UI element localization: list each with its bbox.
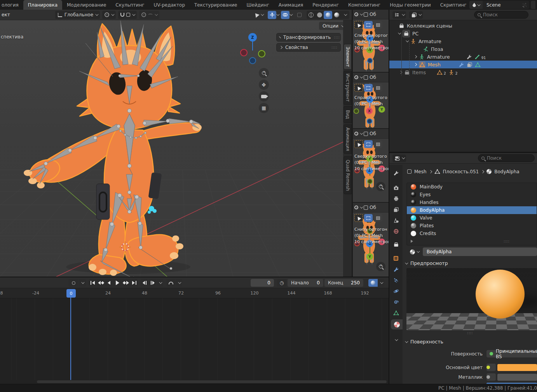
box-select-button[interactable]	[364, 84, 373, 92]
shading-rendered-button[interactable]	[332, 11, 341, 19]
workspace-tab-topology[interactable]: ология	[0, 0, 23, 10]
tab-quad-remesh[interactable]: Quad Remesh	[343, 156, 352, 194]
expand-icon[interactable]	[406, 39, 409, 42]
ortho-view-right[interactable]: Об Справа ортого (0) PC | Mesh Z X Y	[352, 73, 389, 128]
gizmo-x-neg-axis[interactable]	[240, 49, 248, 56]
keying-set-button[interactable]	[166, 279, 176, 287]
section-preview-header[interactable]: Предпросмотр	[405, 260, 448, 266]
bone-badge-icon[interactable]	[474, 54, 480, 60]
tab-tool[interactable]: Инструмент	[343, 71, 352, 105]
play-reverse-button[interactable]	[105, 279, 113, 287]
pivot-point-dropdown[interactable]	[102, 11, 116, 19]
material-browse-button[interactable]	[406, 247, 422, 256]
expand-icon[interactable]	[411, 240, 413, 243]
resize-handle[interactable]: ∷∷	[504, 239, 509, 244]
step-back-button[interactable]	[141, 279, 148, 287]
tab-object[interactable]	[389, 253, 403, 263]
box-select-button[interactable]	[364, 140, 373, 148]
snap-controls[interactable]	[118, 11, 137, 19]
shading-material-button[interactable]	[324, 11, 332, 19]
metallic-slider[interactable]	[497, 374, 537, 381]
auto-key-dropdown[interactable]	[79, 279, 86, 287]
ortho-view-top[interactable]: Об Сверху ортого (0) PC | Mesh 10 сантим…	[352, 129, 389, 202]
slot-handles[interactable]: Handles	[407, 199, 537, 206]
slot-credits[interactable]: Credits	[407, 230, 537, 237]
expand-icon[interactable]	[398, 31, 401, 34]
box-select-button[interactable]	[364, 21, 373, 29]
gizmo-axis-bottom[interactable]	[367, 179, 373, 184]
shading-dropdown[interactable]	[341, 11, 349, 19]
viewlayer-button-clipped[interactable]	[531, 1, 535, 9]
outliner-search[interactable]	[474, 11, 528, 19]
camera-view-button[interactable]	[259, 91, 269, 101]
tab-modifiers[interactable]	[389, 264, 403, 274]
workspace-tab-texture[interactable]: Текстурирование	[190, 0, 242, 10]
box-select-button[interactable]	[364, 214, 373, 222]
tab-material-active[interactable]	[391, 319, 403, 329]
timeline-ruler[interactable]: 8 -24 24 48 72 96 120 144 168 192	[0, 288, 389, 298]
gizmo-axis-left[interactable]	[354, 108, 359, 114]
ortho-view-bottom[interactable]: Об Снизу ортогон (0) PC | Mesh 10 сантим…	[352, 203, 389, 277]
timeline-track-area[interactable]	[0, 298, 389, 380]
workspace-tab-geonodes[interactable]: Ноды геометрии	[385, 0, 436, 10]
constraint-badge-icon[interactable]	[466, 54, 472, 60]
basecolor-link-button[interactable]	[486, 364, 496, 371]
current-frame-field[interactable]: 0	[251, 279, 274, 287]
transform-orientation-dropdown[interactable]: Глобальное	[55, 11, 100, 19]
tab-constraints[interactable]	[389, 297, 403, 307]
rail-more-chevron[interactable]	[389, 335, 403, 345]
step-forward-button[interactable]	[149, 279, 157, 287]
tab-world[interactable]	[389, 226, 403, 236]
workspace-tab-compositing[interactable]: Композитинг	[343, 0, 385, 10]
properties-search[interactable]	[478, 154, 535, 162]
drag-handle[interactable]: ∷∷	[334, 35, 340, 40]
gizmo-z-neg-axis[interactable]	[249, 57, 256, 64]
tab-tool[interactable]	[389, 168, 403, 178]
pin-scene-button[interactable]	[520, 1, 529, 9]
breadcrumb-object[interactable]: Mesh	[414, 169, 427, 174]
visibility-dropdown[interactable]	[252, 11, 265, 19]
outliner-row-mesh-selected[interactable]: Mesh	[389, 61, 537, 68]
pan-button[interactable]: ✥	[259, 80, 269, 90]
slot-valve[interactable]: Valve	[407, 214, 537, 222]
outliner-search-input[interactable]	[483, 12, 522, 17]
section-surface-header[interactable]: Поверхность	[405, 339, 443, 345]
outliner-row-scene-collection[interactable]: Коллекция сцены	[389, 22, 537, 30]
display-mode-dropdown[interactable]	[409, 11, 423, 19]
tab-view[interactable]: Вид	[343, 106, 352, 123]
outliner-row-armature-data[interactable]: Armature 91	[389, 53, 537, 61]
slot-plates[interactable]: Plates	[407, 222, 537, 230]
mode-dropdown-fragment[interactable]: ект	[2, 12, 10, 17]
gizmo-axis-bottom[interactable]	[367, 58, 373, 63]
slot-mainbody[interactable]: MainBody	[407, 183, 537, 191]
workspace-tab-modeling[interactable]: Моделирование	[62, 0, 111, 10]
sync-dropdown[interactable]	[378, 279, 384, 287]
mesh-data-badge-icon[interactable]	[467, 62, 472, 68]
drag-handle[interactable]: ∷∷	[331, 45, 337, 50]
workspace-tab-uv[interactable]: UV-редактор	[149, 0, 190, 10]
outliner-row-armature-object[interactable]: Armature	[389, 37, 537, 45]
panel-transform-collapsed[interactable]: Трансформировать ∷∷	[276, 33, 341, 42]
editor-type-dropdown[interactable]	[392, 11, 406, 19]
tab-physics[interactable]	[389, 286, 403, 296]
outliner-row-items[interactable]: Items 2 2	[389, 68, 537, 76]
tweak-tool-button[interactable]	[374, 21, 382, 29]
tab-scene[interactable]	[389, 215, 403, 225]
workspace-tab-animation[interactable]: Анимация	[274, 0, 308, 10]
play-button[interactable]	[113, 279, 122, 287]
tweak-tool-button[interactable]	[374, 84, 382, 92]
scene-name-field[interactable]: Scene	[483, 1, 520, 9]
prev-keyframe-button[interactable]	[97, 279, 105, 287]
select-tool-button[interactable]	[354, 21, 363, 29]
workspace-tab-sculpting[interactable]: Скульптинг	[111, 0, 149, 10]
outliner-row-pc[interactable]: PC	[389, 30, 537, 37]
select-tool-button[interactable]	[354, 84, 363, 92]
tweak-tool-button[interactable]	[374, 214, 382, 222]
tab-collection[interactable]	[389, 239, 403, 249]
jump-to-start-button[interactable]	[89, 279, 96, 287]
step-dropdown[interactable]	[157, 279, 163, 287]
timeline-scrollbar[interactable]	[37, 380, 387, 383]
slot-bodyalpha-selected[interactable]: BodyAlpha	[407, 206, 537, 214]
gizmo-y-axis[interactable]	[258, 50, 265, 57]
gizmo-axis-right[interactable]: Y	[378, 106, 385, 113]
